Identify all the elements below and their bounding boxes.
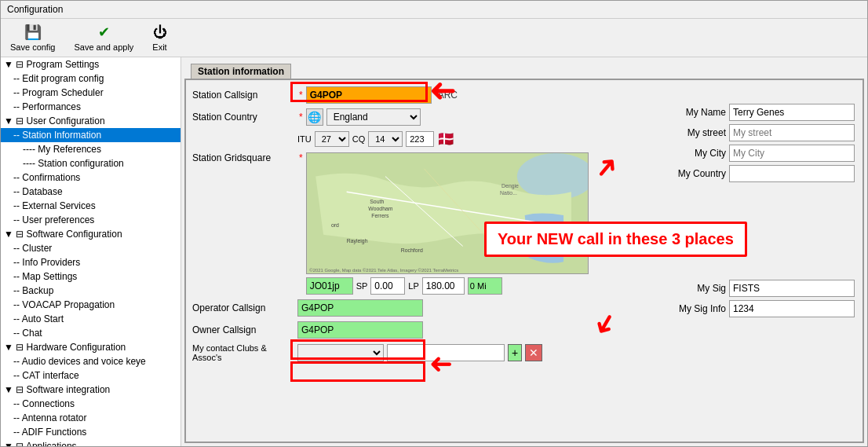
- save-apply-button[interactable]: ✔ Save and apply: [71, 22, 137, 53]
- my-sig-info-row: My Sig Info: [674, 300, 855, 317]
- sidebar-item-user-configuration[interactable]: ▼ ⊟ User Configuration: [1, 114, 181, 128]
- sidebar-item-station-configuration[interactable]: ---- Station configuration: [1, 156, 181, 170]
- sidebar-item-antenna-rotator[interactable]: -- Antenna rotator: [1, 411, 181, 425]
- right-info-panel: My Name My street My City: [674, 104, 855, 321]
- cq-label: CQ: [352, 134, 366, 144]
- sidebar-item-program-scheduler[interactable]: -- Program Scheduler: [1, 86, 181, 100]
- owner-label: Owner Callsign: [192, 324, 294, 335]
- sidebar-item-connections[interactable]: -- Connections: [1, 397, 181, 411]
- exit-button[interactable]: ⏻ Exit: [149, 23, 170, 53]
- itu-select[interactable]: 27: [315, 131, 349, 147]
- sidebar-item-performances[interactable]: -- Performances: [1, 100, 181, 114]
- clubs-input[interactable]: [387, 344, 505, 361]
- sidebar-item-backup[interactable]: -- Backup: [1, 284, 181, 298]
- country-required: *: [299, 112, 303, 123]
- gridsquare-label: Station Gridsquare: [192, 152, 294, 163]
- sidebar-scroll[interactable]: ▼ ⊟ Program Settings-- Edit program conf…: [1, 57, 181, 446]
- station-information-tab[interactable]: Station information: [191, 64, 291, 79]
- mi-input[interactable]: [468, 277, 502, 295]
- sidebar-item-adif-functions[interactable]: -- ADIF Functions: [1, 425, 181, 439]
- my-city-input[interactable]: [729, 145, 855, 162]
- svg-text:Rayleigh: Rayleigh: [346, 238, 367, 244]
- sidebar-item-cluster[interactable]: -- Cluster: [1, 241, 181, 255]
- sidebar-item-edit-program-config[interactable]: -- Edit program config: [1, 71, 181, 86]
- save-apply-icon: ✔: [98, 24, 110, 41]
- itu-label: ITU: [297, 134, 312, 144]
- map-svg: South Woodham Ferrers Dengie Natio... or…: [307, 153, 588, 273]
- clubs-row: My contact Clubs & Assoc's + ✕: [192, 343, 856, 362]
- my-street-row: My street: [674, 124, 855, 141]
- my-country-input[interactable]: [729, 165, 855, 182]
- svg-text:Foulness: Foulness: [509, 234, 532, 240]
- cq-select[interactable]: 14: [368, 131, 403, 147]
- my-name-input[interactable]: [729, 104, 855, 121]
- svg-text:©2021 Google, Map data ©2021 T: ©2021 Google, Map data ©2021 Tele Atlas,…: [309, 268, 458, 273]
- main-content: ▼ ⊟ Program Settings-- Edit program conf…: [1, 57, 867, 446]
- title-bar: Configuration: [1, 1, 867, 19]
- sidebar: ▼ ⊟ Program Settings-- Edit program conf…: [1, 57, 181, 446]
- sidebar-item-chat[interactable]: -- Chat: [1, 326, 181, 340]
- my-country-label: My Country: [674, 168, 726, 179]
- owner-red-box: [290, 361, 425, 382]
- save-config-button[interactable]: 💾 Save config: [7, 22, 58, 53]
- sidebar-item-audio-devices[interactable]: -- Audio devices and voice keye: [1, 354, 181, 368]
- sp-input[interactable]: [370, 277, 405, 295]
- form-panel: Station Callsign * ARC Station Country *…: [184, 79, 864, 443]
- sidebar-item-user-preferences[interactable]: -- User preferences: [1, 213, 181, 227]
- sidebar-item-applications[interactable]: ▼ ⊟ Applications: [1, 439, 181, 446]
- svg-text:ord: ord: [331, 222, 339, 228]
- sidebar-item-confirmations[interactable]: -- Confirmations: [1, 170, 181, 185]
- sidebar-item-program-settings[interactable]: ▼ ⊟ Program Settings: [1, 57, 181, 71]
- callsign-row: Station Callsign * ARC: [192, 86, 856, 104]
- country-label: Station Country: [192, 112, 294, 123]
- save-config-icon: 💾: [24, 24, 42, 41]
- window-title: Configuration: [7, 4, 63, 15]
- country-flag: 🇩🇰: [437, 130, 454, 148]
- operator-input[interactable]: [297, 299, 423, 317]
- globe-button[interactable]: 🌐: [306, 108, 323, 126]
- gridsquare-input[interactable]: [306, 277, 353, 295]
- num-input[interactable]: [406, 131, 434, 147]
- my-sig-input[interactable]: [729, 280, 855, 297]
- sidebar-item-auto-start[interactable]: -- Auto Start: [1, 312, 181, 326]
- callsign-input[interactable]: [306, 86, 432, 104]
- sidebar-item-voacap-propagation[interactable]: -- VOACAP Propagation: [1, 298, 181, 312]
- owner-input[interactable]: [297, 321, 423, 339]
- add-clubs-button[interactable]: +: [508, 344, 522, 361]
- save-config-label: Save config: [10, 42, 55, 52]
- toolbar: 💾 Save config ✔ Save and apply ⏻ Exit: [1, 19, 867, 57]
- gridsquare-required: *: [299, 152, 303, 163]
- sidebar-item-map-settings[interactable]: -- Map Settings: [1, 269, 181, 284]
- lp-input[interactable]: [422, 277, 465, 295]
- my-sig-info-input[interactable]: [729, 300, 855, 317]
- sidebar-item-station-information[interactable]: -- Station Information: [1, 128, 181, 142]
- operator-label: Operator Callsign: [192, 302, 294, 313]
- sidebar-item-hardware-configuration[interactable]: ▼ ⊟ Hardware Configuration: [1, 340, 181, 354]
- svg-text:South: South: [370, 199, 384, 204]
- sidebar-item-my-references[interactable]: ---- My References: [1, 142, 181, 156]
- my-street-input[interactable]: [729, 124, 855, 141]
- del-clubs-button[interactable]: ✕: [525, 344, 542, 361]
- my-name-row: My Name: [674, 104, 855, 121]
- my-city-label: My City: [674, 148, 726, 159]
- my-name-label: My Name: [674, 107, 726, 118]
- country-select[interactable]: England: [326, 108, 421, 126]
- sidebar-item-external-services[interactable]: -- External Services: [1, 199, 181, 213]
- sp-label: SP: [356, 281, 368, 291]
- my-sig-info-label: My Sig Info: [674, 303, 726, 314]
- sidebar-item-software-integration[interactable]: ▼ ⊟ Software integration: [1, 383, 181, 397]
- sidebar-item-info-providers[interactable]: -- Info Providers: [1, 255, 181, 269]
- svg-text:Rochford: Rochford: [400, 247, 422, 253]
- svg-text:Dengie: Dengie: [501, 183, 519, 189]
- sidebar-item-cat-interface[interactable]: -- CAT interface: [1, 368, 181, 383]
- svg-text:Island: Island: [513, 240, 528, 246]
- my-city-row: My City: [674, 145, 855, 162]
- lp-label: LP: [408, 281, 418, 291]
- sidebar-tree: ▼ ⊟ Program Settings-- Edit program conf…: [1, 57, 181, 446]
- clubs-label: My contact Clubs & Assoc's: [192, 343, 294, 362]
- clubs-select[interactable]: [297, 344, 384, 361]
- sidebar-item-database[interactable]: -- Database: [1, 185, 181, 199]
- sidebar-item-software-configuration[interactable]: ▼ ⊟ Software Configuration: [1, 227, 181, 241]
- map-area: South Woodham Ferrers Dengie Natio... or…: [306, 152, 589, 274]
- owner-row: Owner Callsign: [192, 321, 856, 339]
